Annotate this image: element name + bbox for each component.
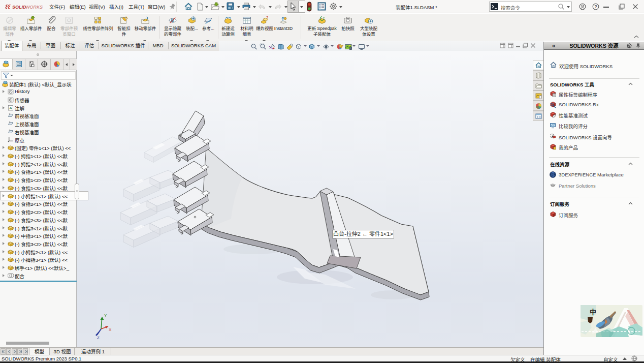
svg-text:A: A	[9, 106, 12, 110]
svg-text:WORKS: WORKS	[25, 5, 43, 10]
svg-text:X: X	[109, 327, 112, 332]
svg-text:SOLID: SOLID	[12, 5, 26, 10]
svg-text:中: 中	[590, 307, 596, 316]
svg-text:Y: Y	[104, 313, 107, 318]
svg-text:Z: Z	[97, 336, 100, 339]
svg-text:?: ?	[594, 4, 597, 9]
